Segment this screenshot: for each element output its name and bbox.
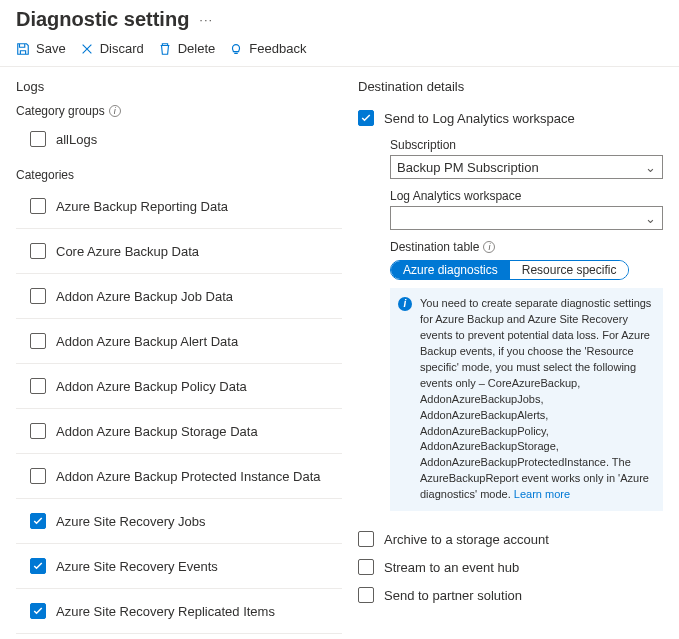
category-list: Azure Backup Reporting DataCore Azure Ba…	[16, 184, 342, 639]
delete-label: Delete	[178, 41, 216, 56]
archive-row: Archive to a storage account	[358, 525, 663, 553]
toolbar: Save Discard Delete Feedback	[0, 35, 679, 67]
discard-label: Discard	[100, 41, 144, 56]
toggle-azure-diagnostics[interactable]: Azure diagnostics	[391, 261, 510, 279]
stream-checkbox[interactable]	[358, 559, 374, 575]
feedback-icon	[229, 42, 243, 56]
info-icon[interactable]: i	[483, 241, 495, 253]
partner-checkbox[interactable]	[358, 587, 374, 603]
category-row: Azure Site Recovery Events	[16, 544, 342, 589]
feedback-button[interactable]: Feedback	[229, 41, 306, 56]
category-label: Azure Site Recovery Replicated Items	[56, 604, 275, 619]
learn-more-link[interactable]: Learn more	[514, 488, 570, 500]
category-row: Addon Azure Backup Storage Data	[16, 409, 342, 454]
category-groups-label: Category groups i	[16, 104, 342, 118]
delete-button[interactable]: Delete	[158, 41, 216, 56]
archive-checkbox[interactable]	[358, 531, 374, 547]
category-checkbox[interactable]	[30, 513, 46, 529]
category-label: Addon Azure Backup Job Data	[56, 289, 233, 304]
category-checkbox[interactable]	[30, 423, 46, 439]
category-label: Core Azure Backup Data	[56, 244, 199, 259]
destination-title: Destination details	[358, 79, 663, 94]
category-checkbox[interactable]	[30, 288, 46, 304]
logs-title: Logs	[16, 79, 342, 94]
chevron-down-icon: ⌄	[645, 160, 656, 175]
law-settings: Subscription Backup PM Subscription ⌄ Lo…	[358, 138, 663, 511]
chevron-down-icon: ⌄	[645, 211, 656, 226]
category-checkbox[interactable]	[30, 468, 46, 484]
more-menu-icon[interactable]: ···	[199, 12, 213, 27]
info-text-container: You need to create separate diagnostic s…	[420, 296, 653, 503]
feedback-label: Feedback	[249, 41, 306, 56]
alllogs-checkbox[interactable]	[30, 131, 46, 147]
stream-row: Stream to an event hub	[358, 553, 663, 581]
save-button[interactable]: Save	[16, 41, 66, 56]
subscription-label: Subscription	[390, 138, 663, 152]
law-label: Log Analytics workspace	[390, 189, 663, 203]
send-law-checkbox[interactable]	[358, 110, 374, 126]
save-label: Save	[36, 41, 66, 56]
category-checkbox[interactable]	[30, 243, 46, 259]
category-checkbox[interactable]	[30, 378, 46, 394]
category-label: Azure Backup Reporting Data	[56, 199, 228, 214]
category-checkbox[interactable]	[30, 198, 46, 214]
subscription-field: Subscription Backup PM Subscription ⌄	[390, 138, 663, 179]
category-row: Core Azure Backup Data	[16, 229, 342, 274]
info-text: You need to create separate diagnostic s…	[420, 297, 651, 500]
archive-label: Archive to a storage account	[384, 532, 549, 547]
law-field: Log Analytics workspace ⌄	[390, 189, 663, 230]
category-row: Azure Site Recovery Replicated Items	[16, 589, 342, 634]
info-icon: i	[398, 297, 412, 311]
law-select[interactable]: ⌄	[390, 206, 663, 230]
category-row: Addon Azure Backup Alert Data	[16, 319, 342, 364]
category-label: Addon Azure Backup Storage Data	[56, 424, 258, 439]
partner-label: Send to partner solution	[384, 588, 522, 603]
send-law-label: Send to Log Analytics workspace	[384, 111, 575, 126]
subscription-value: Backup PM Subscription	[397, 160, 539, 175]
stream-label: Stream to an event hub	[384, 560, 519, 575]
category-row: Addon Azure Backup Protected Instance Da…	[16, 454, 342, 499]
content: Logs Category groups i allLogs Categorie…	[0, 67, 679, 639]
category-checkbox[interactable]	[30, 603, 46, 619]
save-icon	[16, 42, 30, 56]
category-row: Addon Azure Backup Job Data	[16, 274, 342, 319]
destination-column: Destination details Send to Log Analytic…	[358, 79, 663, 639]
category-row: Azure Site Recovery Replication Stats	[16, 634, 342, 639]
category-checkbox[interactable]	[30, 333, 46, 349]
close-icon	[80, 42, 94, 56]
info-icon[interactable]: i	[109, 105, 121, 117]
destination-table-label: Destination table i	[390, 240, 663, 254]
logs-column: Logs Category groups i allLogs Categorie…	[16, 79, 342, 639]
alllogs-row: allLogs	[16, 124, 342, 154]
trash-icon	[158, 42, 172, 56]
category-row: Azure Backup Reporting Data	[16, 184, 342, 229]
category-label: Azure Site Recovery Events	[56, 559, 218, 574]
send-law-row: Send to Log Analytics workspace	[358, 104, 663, 132]
subscription-select[interactable]: Backup PM Subscription ⌄	[390, 155, 663, 179]
destination-table-toggle: Azure diagnostics Resource specific	[390, 260, 629, 280]
page-header: Diagnostic setting ···	[0, 0, 679, 35]
discard-button[interactable]: Discard	[80, 41, 144, 56]
alllogs-label: allLogs	[56, 132, 97, 147]
info-box: i You need to create separate diagnostic…	[390, 288, 663, 511]
category-label: Addon Azure Backup Policy Data	[56, 379, 247, 394]
category-checkbox[interactable]	[30, 558, 46, 574]
toggle-resource-specific[interactable]: Resource specific	[510, 261, 629, 279]
partner-row: Send to partner solution	[358, 581, 663, 609]
category-label: Addon Azure Backup Protected Instance Da…	[56, 469, 321, 484]
category-label: Azure Site Recovery Jobs	[56, 514, 206, 529]
categories-label: Categories	[16, 168, 342, 182]
category-label: Addon Azure Backup Alert Data	[56, 334, 238, 349]
category-row: Azure Site Recovery Jobs	[16, 499, 342, 544]
category-row: Addon Azure Backup Policy Data	[16, 364, 342, 409]
page-title: Diagnostic setting	[16, 8, 189, 31]
